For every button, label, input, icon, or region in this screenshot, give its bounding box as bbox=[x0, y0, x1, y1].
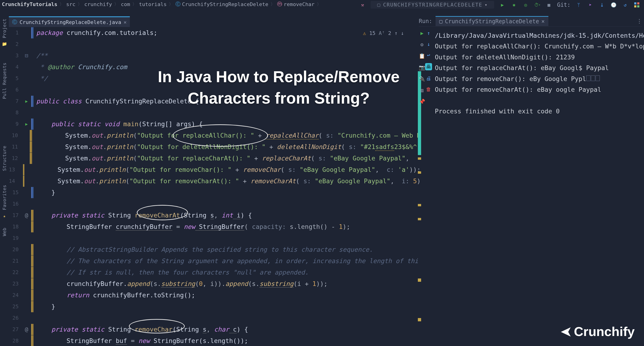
line-number: 16 bbox=[9, 201, 22, 207]
console-line: /Library/Java/JavaVirtualMachines/jdk-15… bbox=[435, 32, 644, 39]
chevron-icon: 〉 bbox=[169, 2, 173, 7]
line-number: 28 bbox=[9, 338, 22, 344]
line-number: 17 bbox=[9, 212, 22, 218]
code-editor[interactable]: 1package crunchify.com.tutorials; 2 3⊟/*… bbox=[9, 27, 421, 346]
breadcrumb-item[interactable]: crunchify bbox=[84, 2, 112, 7]
chevron-icon: 〉 bbox=[132, 2, 136, 7]
scroll-up-icon[interactable]: ↑ bbox=[427, 30, 430, 36]
chevron-icon: 〉 bbox=[317, 2, 321, 7]
run-gutter-icon[interactable]: ▶ bbox=[25, 122, 28, 126]
line-number: 24 bbox=[9, 292, 22, 298]
git-push-icon[interactable]: ➤ bbox=[587, 2, 594, 9]
run-panel: ▶ ⚙ 📋 📷 🔌 ▥ 📌 ↑ ↓ ↩ 🖶 🖨 🗑 /Library/Java/… bbox=[419, 27, 642, 346]
tab-label: CrunchifyStringReplaceDelete.java bbox=[20, 19, 121, 25]
git-branch-icon[interactable]: ᛘ bbox=[575, 2, 582, 9]
coverage-icon[interactable]: ◎ bbox=[522, 2, 529, 9]
svg-rect-0 bbox=[634, 2, 636, 5]
crunchify-logo: ➤ Crunchify bbox=[561, 324, 635, 339]
editor-tabs: Ⓒ CrunchifyStringReplaceDelete.java × bbox=[9, 16, 130, 27]
run-settings-icon[interactable]: ⚙ bbox=[420, 42, 424, 48]
run-attach-icon[interactable]: 🔌 bbox=[419, 76, 425, 82]
editor-tab[interactable]: Ⓒ CrunchifyStringReplaceDelete.java × bbox=[9, 16, 130, 27]
git-pull-icon[interactable]: ⤓ bbox=[598, 2, 606, 9]
console-line: Output for replaceCharAt(): eBay Googl$ … bbox=[435, 64, 609, 72]
rerun-icon[interactable]: ▶ bbox=[420, 30, 424, 36]
pull-requests-toolwindow-label[interactable]: Pull Requests bbox=[2, 63, 7, 99]
line-number: 23 bbox=[9, 281, 22, 287]
run-layout-icon[interactable]: ▥ bbox=[420, 87, 424, 93]
git-revert-icon[interactable]: ↺ bbox=[622, 2, 629, 9]
project-toolwindow-label[interactable]: Project bbox=[2, 19, 7, 38]
svg-rect-3 bbox=[637, 5, 639, 7]
delete-icon[interactable]: 🗑 bbox=[426, 86, 431, 92]
line-number: 15 bbox=[9, 190, 22, 195]
run-filter-icon[interactable]: 📋 bbox=[419, 53, 425, 59]
chevron-icon: 〉 bbox=[270, 2, 275, 7]
run-config-name: CRUNCHIFYSTRINGREPLACEDELETE bbox=[383, 2, 482, 8]
scroll-down-icon[interactable]: ↓ bbox=[427, 41, 430, 47]
stop-icon[interactable]: ■ bbox=[545, 2, 552, 9]
ide-features-icon[interactable] bbox=[633, 2, 640, 9]
chevron-icon: 〉 bbox=[60, 2, 64, 7]
topbar-actions: ⚒ ▢ CRUNCHIFYSTRINGREPLACEDELETE ▾ ▶ ✱ ◎… bbox=[359, 1, 640, 9]
line-number: 1 bbox=[9, 30, 22, 36]
star-icon: ★ bbox=[3, 213, 6, 218]
run-tab-label: CrunchifyStringReplaceDelete bbox=[445, 18, 539, 25]
line-number: 19 bbox=[9, 235, 22, 241]
console-line: Output for removeChar(): eBy Google Pypl bbox=[435, 75, 586, 82]
run-window-icon: ▢ bbox=[439, 18, 442, 25]
run-tab[interactable]: ▢ CrunchifyStringReplaceDelete × bbox=[436, 16, 548, 26]
favorites-toolwindow-label[interactable]: Favorites bbox=[2, 185, 7, 210]
line-number: 3 bbox=[9, 53, 22, 59]
run-camera-icon[interactable]: 📷 bbox=[419, 65, 425, 70]
debug-bug-icon[interactable]: ✱ bbox=[510, 2, 518, 9]
profile-icon[interactable]: ⏱▾ bbox=[534, 2, 541, 9]
breadcrumb-item[interactable]: removeChar bbox=[284, 2, 314, 7]
line-number: 18 bbox=[9, 224, 22, 230]
crunchify-mark-icon: ➤ bbox=[561, 324, 572, 339]
print-icon[interactable]: 🖶 bbox=[425, 63, 432, 70]
export-icon[interactable]: 🖨 bbox=[426, 76, 431, 81]
run-toolbar-right: ↑ ↓ ↩ 🖶 🖨 🗑 bbox=[425, 27, 432, 346]
line-number: 11 bbox=[9, 144, 21, 150]
console-line: Process finished with exit code 0 bbox=[435, 108, 560, 115]
run-play-icon[interactable]: ▶ bbox=[499, 2, 506, 9]
line-number: 25 bbox=[9, 304, 22, 309]
line-number: 12 bbox=[9, 155, 21, 161]
breadcrumb-item[interactable]: src bbox=[66, 2, 76, 7]
line-number: 20 bbox=[9, 247, 22, 252]
chevron-icon: 〉 bbox=[78, 2, 82, 7]
soft-wrap-icon[interactable]: ↩ bbox=[427, 52, 430, 58]
run-panel-menu-icon[interactable]: ⋮ bbox=[636, 18, 642, 25]
line-number: 8 bbox=[9, 110, 22, 116]
line-number: 27 bbox=[9, 326, 22, 332]
project-icon[interactable]: 📁 bbox=[2, 42, 7, 46]
console-line: Output for deleteAllNonDigit(): 21239 bbox=[435, 54, 575, 61]
close-icon[interactable]: × bbox=[124, 19, 126, 25]
line-number: 13 bbox=[9, 167, 18, 173]
svg-rect-2 bbox=[634, 5, 636, 7]
structure-toolwindow-label[interactable]: Structure bbox=[2, 146, 7, 171]
unknown-char-icon bbox=[596, 76, 600, 81]
breadcrumb-root[interactable]: CrunchifyTutorials bbox=[2, 2, 57, 7]
run-gutter-icon[interactable]: ▶ bbox=[25, 99, 28, 104]
breadcrumb-item[interactable]: com bbox=[121, 2, 130, 7]
web-toolwindow-label[interactable]: Web bbox=[2, 228, 7, 236]
close-icon[interactable]: × bbox=[542, 18, 545, 25]
build-hammer-icon[interactable]: ⚒ bbox=[359, 2, 366, 9]
run-console[interactable]: /Library/Java/JavaVirtualMachines/jdk-15… bbox=[432, 27, 644, 346]
java-class-icon: Ⓒ bbox=[12, 19, 17, 26]
run-config-dropdown[interactable]: ▢ CRUNCHIFYSTRINGREPLACEDELETE ▾ bbox=[371, 1, 494, 9]
method-icon: ⓜ bbox=[277, 1, 282, 8]
left-tool-strip: Project 📁 Pull Requests Structure Favori… bbox=[0, 13, 9, 346]
breadcrumb-item[interactable]: tutorials bbox=[139, 2, 166, 7]
line-number: 22 bbox=[9, 269, 22, 275]
line-number: 7 bbox=[9, 98, 22, 104]
pin-icon[interactable]: 📌 bbox=[419, 99, 425, 105]
breadcrumb-item[interactable]: CrunchifyStringReplaceDelete bbox=[182, 2, 268, 7]
run-panel-header: Run: ▢ CrunchifyStringReplaceDelete × ⋮ bbox=[419, 16, 642, 27]
git-history-icon[interactable]: 🕒 bbox=[610, 2, 617, 9]
line-number: 2 bbox=[9, 41, 22, 47]
console-line: Output for removeCharAt(): eBay oogle Pa… bbox=[435, 86, 601, 93]
line-number: 9 bbox=[9, 121, 22, 127]
